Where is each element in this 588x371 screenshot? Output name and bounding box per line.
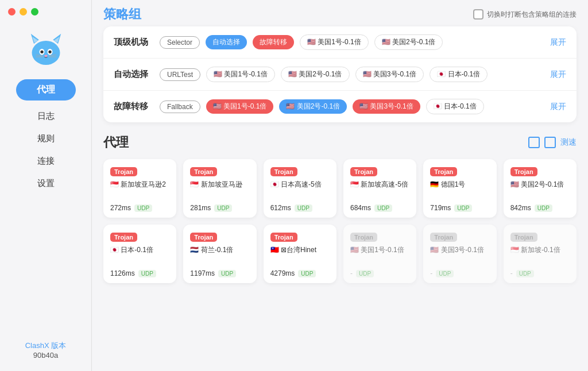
proxy-tag-11: Trojan <box>510 233 537 242</box>
proxy-stats-1: 281ms UDP <box>190 204 249 212</box>
proxy-tag-6: Trojan <box>110 233 137 242</box>
proxy-tag-8: Trojan <box>270 233 297 242</box>
close-button[interactable] <box>8 8 16 16</box>
sidebar: 代理 日志 规则 连接 设置 ClashX 版本 90b40a <box>0 0 92 371</box>
version-label: ClashX 版本 <box>25 341 67 351</box>
strategy-badge-1-0[interactable]: 🇺🇸 美国1号-0.1倍 <box>206 67 275 82</box>
strategy-type-badge-1[interactable]: URLTest <box>160 68 200 81</box>
strategy-name-2: 故障转移 <box>114 101 154 112</box>
strategy-name-1: 自动选择 <box>114 69 154 80</box>
sidebar-bottom: ClashX 版本 90b40a <box>25 341 67 360</box>
proxy-name-1: 🇸🇬 新加坡亚马逊 <box>190 180 249 198</box>
sidebar-item-rules[interactable]: 规则 <box>0 127 91 150</box>
strategy-row-auto: 自动选择 URLTest 🇺🇸 美国1号-0.1倍 🇺🇸 美国2号-0.1倍 🇺… <box>103 59 577 91</box>
expand-button-2[interactable]: 展开 <box>550 102 566 112</box>
sidebar-item-settings[interactable]: 设置 <box>0 172 91 195</box>
expand-button-0[interactable]: 展开 <box>550 37 566 48</box>
proxy-udp-5: UDP <box>535 204 552 212</box>
main-content: 策略组 切换时打断包含策略组的连接 顶级机场 Selector 自动选择 故障转… <box>92 0 588 371</box>
grid-icon-1[interactable] <box>528 137 540 148</box>
expand-button-1[interactable]: 展开 <box>550 69 566 80</box>
strategy-badge-1-2[interactable]: 🇺🇸 美国3号-0.1倍 <box>355 67 424 82</box>
proxy-name-9: 🇺🇸 美国1号-0.1倍 <box>350 245 409 264</box>
proxy-tag-9: Trojan <box>350 233 377 242</box>
strategy-type-badge-0[interactable]: Selector <box>160 36 200 49</box>
speed-test-button[interactable]: 测速 <box>560 137 577 148</box>
proxy-card-2[interactable]: Trojan 🇯🇵 日本高速-5倍 612ms UDP <box>264 159 336 218</box>
strategy-badge-2-1[interactable]: 🇺🇸 美国2号-0.1倍 <box>279 99 347 114</box>
minimize-button[interactable] <box>20 8 27 16</box>
proxy-card-6[interactable]: Trojan 🇯🇵 日本-0.1倍 1126ms UDP <box>103 225 176 283</box>
strategy-badge-2-3[interactable]: 🇯🇵 日本-0.1倍 <box>426 99 484 114</box>
proxy-tag-4: Trojan <box>430 167 457 176</box>
proxy-udp-9: UDP <box>356 270 374 277</box>
strategy-badge-0-0[interactable]: 自动选择 <box>206 35 247 49</box>
strategy-badge-0-2[interactable]: 🇺🇸 美国1号-0.1倍 <box>300 34 369 50</box>
proxy-card-10[interactable]: Trojan 🇺🇸 美国3号-0.1倍 - UDP <box>423 225 496 283</box>
proxy-card-3[interactable]: Trojan 🇸🇬 新加坡高速-5倍 684ms UDP <box>343 159 416 218</box>
strategy-row-top: 顶级机场 Selector 自动选择 故障转移 🇺🇸 美国1号-0.1倍 🇺🇸 … <box>103 26 577 59</box>
proxy-latency-10: - <box>430 269 432 277</box>
proxy-card-1[interactable]: Trojan 🇸🇬 新加坡亚马逊 281ms UDP <box>183 159 256 218</box>
proxy-latency-0: 272ms <box>110 204 131 212</box>
proxy-tag-10: Trojan <box>430 233 457 242</box>
proxy-latency-7: 1197ms <box>190 269 215 277</box>
proxy-name-0: 🇸🇬 新加坡亚马逊2 <box>110 180 169 198</box>
proxy-stats-10: - UDP <box>430 269 489 277</box>
proxy-udp-0: UDP <box>134 204 152 212</box>
svg-point-0 <box>32 41 60 65</box>
proxy-name-7: 🇳🇱 荷兰-0.1倍 <box>190 245 249 264</box>
sidebar-item-connections[interactable]: 连接 <box>0 150 91 172</box>
toggle-text: 切换时打断包含策略组的连接 <box>487 10 577 20</box>
svg-point-9 <box>44 55 47 57</box>
toggle-checkbox[interactable] <box>473 9 483 20</box>
proxy-name-3: 🇸🇬 新加坡高速-5倍 <box>350 180 409 198</box>
proxy-stats-5: 842ms UDP <box>510 204 570 212</box>
version-number: 90b40a <box>25 351 67 360</box>
toggle-area[interactable]: 切换时打断包含策略组的连接 <box>473 9 577 20</box>
svg-point-8 <box>48 51 51 53</box>
strategy-badge-2-2[interactable]: 🇺🇸 美国3号-0.1倍 <box>353 99 420 114</box>
proxy-stats-2: 612ms UDP <box>270 204 330 212</box>
proxy-latency-2: 612ms <box>270 204 291 212</box>
grid-icon-2[interactable] <box>544 137 556 148</box>
strategy-header: 策略组 切换时打断包含策略组的连接 <box>103 0 577 26</box>
proxy-card-4[interactable]: Trojan 🇩🇪 德国1号 719ms UDP <box>423 159 496 218</box>
strategy-badge-1-3[interactable]: 🇯🇵 日本-0.1倍 <box>430 67 488 82</box>
strategy-badge-0-1[interactable]: 故障转移 <box>253 35 294 49</box>
proxy-latency-6: 1126ms <box>110 269 135 277</box>
maximize-button[interactable] <box>31 8 38 16</box>
proxy-tag-7: Trojan <box>190 233 217 242</box>
proxy-udp-6: UDP <box>138 270 156 277</box>
proxy-stats-8: 4279ms UDP <box>270 269 330 277</box>
strategy-badge-2-0[interactable]: 🇺🇸 美国1号-0.1倍 <box>206 99 274 114</box>
strategy-badge-0-3[interactable]: 🇺🇸 美国2号-0.1倍 <box>374 34 443 50</box>
sidebar-item-log[interactable]: 日志 <box>0 105 91 127</box>
proxy-latency-11: - <box>510 269 513 277</box>
proxy-latency-9: - <box>350 269 353 277</box>
proxy-card-5[interactable]: Trojan 🇺🇸 美国2号-0.1倍 842ms UDP <box>504 159 577 218</box>
proxy-latency-1: 281ms <box>190 204 211 212</box>
proxy-tag-2: Trojan <box>270 167 297 176</box>
proxy-name-5: 🇺🇸 美国2号-0.1倍 <box>510 180 570 198</box>
strategy-name-0: 顶级机场 <box>114 37 154 48</box>
proxy-stats-0: 272ms UDP <box>110 204 169 212</box>
strategy-section-title: 策略组 <box>103 6 141 23</box>
strategy-badge-1-1[interactable]: 🇺🇸 美国2号-0.1倍 <box>281 67 350 82</box>
proxy-tag-5: Trojan <box>510 167 537 176</box>
proxy-card-8[interactable]: Trojan 🇹🇼 ⊠台湾Hinet 4279ms UDP <box>264 225 336 283</box>
proxy-udp-3: UDP <box>374 204 392 212</box>
proxy-section-title: 代理 <box>103 134 129 151</box>
proxy-stats-3: 684ms UDP <box>350 204 409 212</box>
proxy-card-11[interactable]: Trojan 🇸🇬 新加坡-0.1倍 - UDP <box>504 225 577 283</box>
proxy-card-7[interactable]: Trojan 🇳🇱 荷兰-0.1倍 1197ms UDP <box>183 225 256 283</box>
proxy-latency-5: 842ms <box>510 204 531 212</box>
sidebar-item-proxy[interactable]: 代理 <box>16 79 76 101</box>
strategy-type-badge-2[interactable]: Fallback <box>160 101 200 113</box>
proxy-card-9[interactable]: Trojan 🇺🇸 美国1号-0.1倍 - UDP <box>343 225 416 283</box>
proxy-latency-4: 719ms <box>430 204 451 212</box>
window-controls <box>8 8 38 16</box>
proxy-stats-11: - UDP <box>510 269 570 277</box>
proxy-stats-9: - UDP <box>350 269 409 277</box>
proxy-card-0[interactable]: Trojan 🇸🇬 新加坡亚马逊2 272ms UDP <box>103 159 176 218</box>
